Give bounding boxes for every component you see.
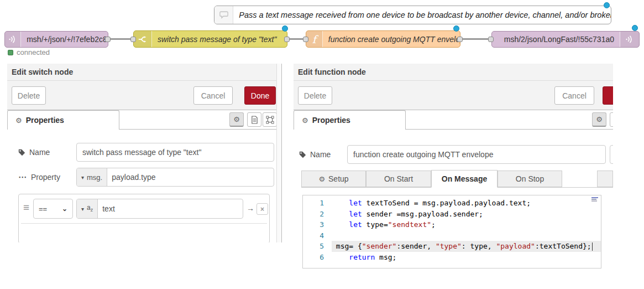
comment-node-label: Pass a text message received from one de… (233, 11, 611, 19)
dialog-title: Edit switch node (7, 64, 281, 81)
code-line[interactable]: 5 msg= {"sender":sender, "type": type, "… (303, 241, 601, 252)
property-field-label: ⋯ Property (18, 168, 60, 187)
edit-function-node-dialog: Edit function node Delete Cancel Done ⚙ … (294, 64, 613, 289)
rule-divider (21, 223, 267, 224)
tab-on-stop[interactable]: On Stop (498, 171, 562, 187)
tab-properties[interactable]: ⚙ Properties (294, 110, 406, 130)
edit-switch-node-dialog: Edit switch node Delete Cancel Done ⚙ Pr… (7, 64, 282, 242)
done-button[interactable]: Done (603, 86, 613, 105)
mqtt-out-node-label: msh/2/json/LongFast/!55c731a0 (499, 35, 620, 44)
changed-indicator (632, 25, 638, 31)
name-field-label: Name (18, 143, 50, 162)
chevron-down-icon: ▾ (81, 206, 84, 212)
output-port[interactable] (457, 37, 463, 42)
name-field-label: Name (299, 145, 331, 164)
bridge-icon (620, 32, 639, 47)
rule-value-input[interactable]: text (98, 199, 243, 218)
rule-delete-button[interactable]: × (256, 203, 268, 215)
code-line[interactable]: 1 let textToSend = msg.payload.payload.t… (303, 198, 601, 209)
gear-icon: ⚙ (318, 175, 325, 183)
node-settings-button[interactable]: ⚙ (592, 112, 606, 127)
drag-handle-icon[interactable]: ≡ (23, 202, 29, 214)
code-editor[interactable]: 1 let textToSend = msg.payload.payload.t… (302, 195, 601, 269)
tab-on-start[interactable]: On Start (366, 171, 431, 187)
name-input[interactable]: function create outgoing MQTT envelope (347, 145, 606, 164)
name-extra-button[interactable] (610, 145, 613, 164)
code-line[interactable]: 4 (303, 230, 601, 241)
code-lines: 1 let textToSend = msg.payload.payload.t… (303, 198, 601, 262)
code-line[interactable]: 2 let sender =msg.payload.sender; (303, 209, 601, 220)
tab-on-message[interactable]: On Message (431, 170, 498, 188)
function-icon: f (306, 31, 323, 47)
switch-node[interactable]: switch pass message of type "text" (133, 30, 287, 48)
appearance-icon (266, 116, 274, 124)
gear-icon: ⚙ (302, 116, 308, 125)
cancel-button[interactable]: Cancel (554, 86, 594, 105)
rule-operator-select[interactable]: == ⌄ (33, 199, 73, 219)
rule-typed-input: ▾ az text (76, 199, 243, 219)
property-value-input[interactable]: payload.type (107, 168, 274, 186)
node-status: connected (8, 48, 50, 56)
node-description-button[interactable] (610, 112, 613, 127)
gear-icon: ⚙ (15, 116, 22, 125)
status-label: connected (17, 48, 50, 56)
chevron-down-icon: ⌄ (62, 205, 67, 213)
switch-icon (134, 31, 152, 47)
property-type-button[interactable]: ▾ msg. (77, 168, 107, 186)
ellipsis-icon: ⋯ (18, 172, 27, 182)
rules-list: ≡ == ⌄ ▾ az text → 1 × (18, 194, 270, 242)
comment-icon (214, 6, 233, 24)
rule-operator-value: == (39, 205, 47, 213)
node-description-button[interactable] (247, 112, 261, 127)
output-port[interactable] (105, 37, 111, 42)
dialog-tab-bar: ⚙ Properties ⚙ (7, 110, 281, 130)
input-port[interactable] (303, 37, 308, 42)
bridge-icon (5, 32, 21, 47)
name-input[interactable]: switch pass message of type "text" (76, 143, 274, 162)
tag-icon (18, 149, 25, 156)
chevron-down-icon: ▾ (81, 174, 84, 180)
code-line[interactable]: 3 let type="sendtext"; (303, 219, 601, 230)
comment-node[interactable]: Pass a text message received from one de… (214, 6, 611, 24)
input-port[interactable] (488, 37, 494, 42)
delete-button[interactable]: Delete (12, 86, 46, 105)
changed-indicator (604, 2, 610, 8)
switch-node-label: switch pass message of type "text" (152, 35, 282, 44)
node-red-workspace: Pass a text message received from one de… (0, 0, 644, 289)
string-type-icon: az (87, 204, 93, 213)
changed-indicator (282, 25, 288, 32)
changed-indicator (453, 25, 459, 32)
node-settings-button[interactable]: ⚙ (229, 112, 244, 127)
dialog-tab-bar: ⚙ Properties ⚙ (294, 110, 613, 130)
dialog-toolbar: Delete Cancel Done (294, 81, 613, 110)
status-dot-icon (8, 50, 13, 55)
function-node[interactable]: f function create outgoing MQTT envelope (306, 30, 460, 48)
function-node-label: function create outgoing MQTT envelope (323, 35, 460, 44)
property-typed-input: ▾ msg. payload.type (76, 168, 274, 187)
property-type-label: msg. (87, 173, 102, 182)
code-line[interactable]: 6 return msg; (303, 252, 601, 263)
mqtt-in-node-label: msh/+/json/+/!7efeb2c8 (21, 35, 108, 44)
function-tab-bar: ⚙ Setup On Start On Message On Stop (294, 170, 613, 188)
gear-icon: ⚙ (233, 115, 240, 123)
tab-bar-overflow-button[interactable] (597, 171, 613, 187)
dialog-scrollbar[interactable] (276, 64, 281, 242)
document-icon (251, 116, 258, 124)
mqtt-out-node[interactable]: msh/2/json/LongFast/!55c731a0 (491, 31, 640, 48)
gear-icon: ⚙ (596, 115, 603, 123)
tab-setup[interactable]: ⚙ Setup (301, 171, 366, 187)
rule-type-button[interactable]: ▾ az (77, 199, 98, 218)
tab-properties[interactable]: ⚙ Properties (7, 110, 119, 130)
dialog-title: Edit function node (294, 64, 613, 81)
done-button[interactable]: Done (244, 86, 276, 105)
node-appearance-button[interactable] (263, 112, 277, 127)
editor-minimap (591, 197, 600, 207)
cancel-button[interactable]: Cancel (193, 86, 233, 105)
mqtt-in-node[interactable]: msh/+/json/+/!7efeb2c8 (4, 31, 108, 48)
input-port[interactable] (130, 37, 136, 42)
wire (107, 38, 133, 40)
delete-button[interactable]: Delete (298, 86, 332, 105)
wire (459, 38, 491, 40)
dialog-toolbar: Delete Cancel Done (7, 81, 281, 110)
output-port[interactable] (284, 37, 290, 42)
